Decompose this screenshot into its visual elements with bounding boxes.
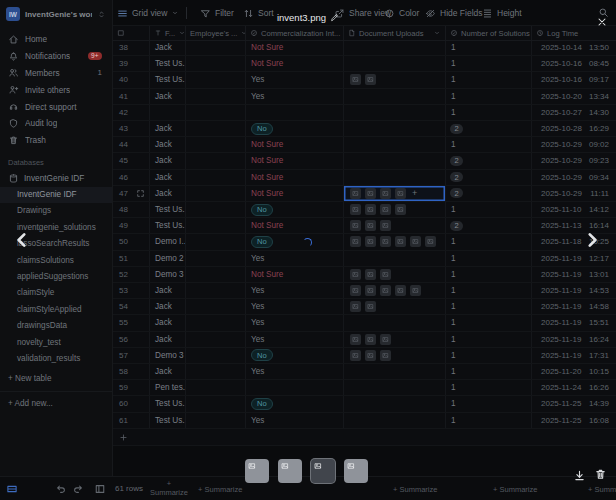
attachment-thumbnail[interactable] — [365, 301, 376, 312]
add-new-button[interactable]: + Add new... — [8, 399, 53, 408]
interest-cell[interactable] — [246, 380, 344, 395]
logtime-cell[interactable]: 2025-11-1915:51 — [532, 315, 616, 330]
row-number-cell[interactable]: 53 — [112, 283, 150, 298]
solutions-cell[interactable]: 1 — [446, 364, 532, 379]
attachments-cell[interactable] — [344, 380, 446, 395]
delete-icon[interactable] — [594, 468, 607, 481]
attachments-cell[interactable] — [344, 299, 446, 314]
row-number-cell[interactable]: 60 — [112, 396, 150, 411]
logtime-cell[interactable]: 2025-10-1609:17 — [532, 72, 616, 87]
attachment-thumbnail[interactable] — [380, 269, 391, 280]
column-header-name[interactable]: F... — [150, 26, 186, 40]
attachments-cell[interactable] — [344, 413, 446, 428]
summarize-button[interactable]: + Summarize — [588, 485, 616, 494]
logtime-cell[interactable]: 2025-11-2416:26 — [532, 380, 616, 395]
attachment-thumbnail[interactable] — [365, 74, 376, 85]
summarize-button[interactable]: + Summarize — [393, 485, 437, 494]
attachment-thumbnail[interactable] — [350, 74, 361, 85]
solutions-cell[interactable]: 1 — [446, 137, 532, 152]
attachments-cell[interactable] — [344, 348, 446, 363]
name-cell[interactable]: Jack — [150, 299, 186, 314]
attachments-cell[interactable] — [344, 251, 446, 266]
interest-cell[interactable]: Not Sure — [246, 267, 344, 282]
interest-cell[interactable]: Not Sure — [246, 137, 344, 152]
row-number-cell[interactable]: 47 — [112, 186, 150, 201]
interest-cell[interactable]: Yes — [246, 364, 344, 379]
sidebar-table-claimstyleapplied[interactable]: claimStyleApplied — [0, 302, 112, 318]
attachment-thumbnail[interactable] — [410, 236, 421, 247]
employee-cell[interactable] — [186, 332, 246, 347]
attachments-cell[interactable]: + — [344, 186, 446, 201]
logtime-cell[interactable]: 2025-11-1914:53 — [532, 283, 616, 298]
undo-icon[interactable] — [55, 483, 67, 495]
name-cell[interactable]: Test Us... — [150, 413, 186, 428]
row-number-cell[interactable]: 46 — [112, 170, 150, 185]
logtime-cell[interactable]: 2025-11-1916:24 — [532, 332, 616, 347]
attachment-thumbnail[interactable] — [410, 285, 421, 296]
attachments-cell[interactable] — [344, 364, 446, 379]
attachment-thumbnail[interactable] — [350, 334, 361, 345]
attachment-thumbnail[interactable] — [350, 236, 361, 247]
employee-cell[interactable] — [186, 72, 246, 87]
employee-cell[interactable] — [186, 283, 246, 298]
solutions-cell[interactable]: 1 — [446, 315, 532, 330]
interest-cell[interactable]: Yes — [246, 89, 344, 104]
name-cell[interactable]: Jack — [150, 121, 186, 136]
row-number-cell[interactable]: 56 — [112, 332, 150, 347]
interest-cell[interactable]: No — [246, 396, 344, 411]
logtime-cell[interactable]: 2025-10-2909:34 — [532, 170, 616, 185]
interest-cell[interactable]: Yes — [246, 299, 344, 314]
solutions-cell[interactable]: 2 — [446, 186, 532, 201]
solutions-cell[interactable]: 1 — [446, 56, 532, 71]
sidebar-table-claimssolutions[interactable]: claimsSolutions — [0, 253, 112, 269]
solutions-cell[interactable]: 1 — [446, 202, 532, 217]
employee-cell[interactable] — [186, 56, 246, 71]
toolbar-hide-fields-button[interactable]: Hide Fields — [425, 0, 483, 26]
attachment-thumbnail[interactable] — [350, 350, 361, 361]
solutions-cell[interactable]: 1 — [446, 283, 532, 298]
summarize-button[interactable]: + Summarize — [150, 479, 188, 498]
expand-row-icon[interactable] — [136, 189, 145, 198]
employee-cell[interactable] — [186, 105, 246, 120]
row-number-cell[interactable]: 40 — [112, 72, 150, 87]
logtime-cell[interactable]: 2025-11-1014:12 — [532, 202, 616, 217]
row-number-cell[interactable]: 52 — [112, 267, 150, 282]
toolbar-filter-button[interactable]: Filter — [200, 0, 234, 26]
attachments-cell[interactable] — [344, 72, 446, 87]
attachment-thumbnail[interactable] — [380, 334, 391, 345]
logtime-cell[interactable]: 2025-10-2816:29 — [532, 121, 616, 136]
attachment-thumbnail[interactable] — [395, 285, 406, 296]
add-row-button[interactable] — [112, 429, 616, 446]
interest-cell[interactable]: Not Sure — [246, 40, 344, 55]
attachment-thumbnail[interactable] — [365, 269, 376, 280]
interest-cell[interactable]: Yes — [246, 332, 344, 347]
attachment-thumbnail[interactable] — [425, 236, 436, 247]
toolbar-grid-view[interactable]: Grid view — [117, 0, 179, 26]
interest-cell[interactable]: Yes — [246, 413, 344, 428]
logtime-cell[interactable]: 2025-10-2911:11 — [532, 186, 616, 201]
row-number-cell[interactable]: 54 — [112, 299, 150, 314]
row-height-toggle-icon[interactable] — [6, 483, 18, 495]
row-number-cell[interactable]: 51 — [112, 251, 150, 266]
attachment-thumbnail[interactable] — [380, 188, 391, 199]
solutions-cell[interactable]: 2 — [446, 218, 532, 233]
logtime-cell[interactable]: 2025-10-1413:50 — [532, 40, 616, 55]
attachments-cell[interactable] — [344, 40, 446, 55]
attachment-thumbnail[interactable] — [380, 285, 391, 296]
toolbar-share-view-button[interactable]: Share view — [334, 0, 391, 26]
employee-cell[interactable] — [186, 202, 246, 217]
employee-cell[interactable] — [186, 186, 246, 201]
attachments-cell[interactable] — [344, 170, 446, 185]
solutions-cell[interactable]: 1 — [446, 105, 532, 120]
row-number-cell[interactable]: 42 — [112, 105, 150, 120]
name-cell[interactable]: Test Us... — [150, 218, 186, 233]
attachments-cell[interactable] — [344, 218, 446, 233]
attachments-cell[interactable] — [344, 332, 446, 347]
attachment-thumbnail[interactable] — [395, 188, 406, 199]
attachment-thumbnail[interactable] — [380, 220, 391, 231]
name-cell[interactable]: Test Us... — [150, 396, 186, 411]
attachment-thumbnail[interactable] — [365, 236, 376, 247]
name-cell[interactable]: Test Us... — [150, 72, 186, 87]
viewer-thumbnail[interactable] — [278, 459, 302, 483]
row-number-cell[interactable]: 50 — [112, 234, 150, 249]
